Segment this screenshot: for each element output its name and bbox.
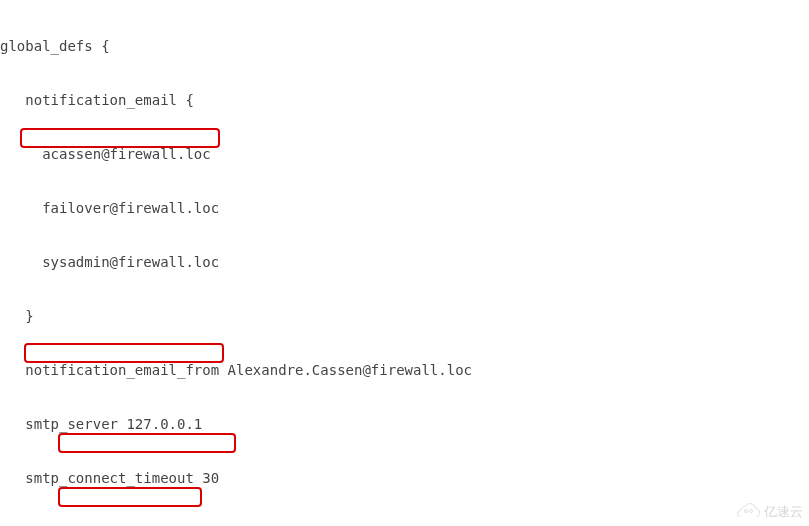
highlight-box-virtual-router-id	[24, 343, 224, 363]
code-line: }	[0, 307, 809, 325]
code-line: failover@firewall.loc	[0, 199, 809, 217]
code-line: notification_email {	[0, 91, 809, 109]
watermark-text: 亿速云	[764, 503, 803, 521]
svg-point-1	[750, 510, 753, 513]
code-line: sysadmin@firewall.loc	[0, 253, 809, 271]
code-line: acassen@firewall.loc	[0, 145, 809, 163]
cloud-icon	[736, 501, 760, 522]
svg-point-0	[745, 510, 748, 513]
code-line: notification_email_from Alexandre.Cassen…	[0, 361, 809, 379]
highlight-box-auth-pass	[58, 433, 236, 453]
watermark: 亿速云	[736, 501, 803, 522]
code-line: smtp_connect_timeout 30	[0, 469, 809, 487]
code-line: global_defs {	[0, 37, 809, 55]
highlight-box-virtual-ip	[58, 487, 202, 507]
config-code-block: global_defs { notification_email { acass…	[0, 0, 809, 526]
code-line-smtp-server: smtp_server 127.0.0.1	[0, 415, 809, 433]
